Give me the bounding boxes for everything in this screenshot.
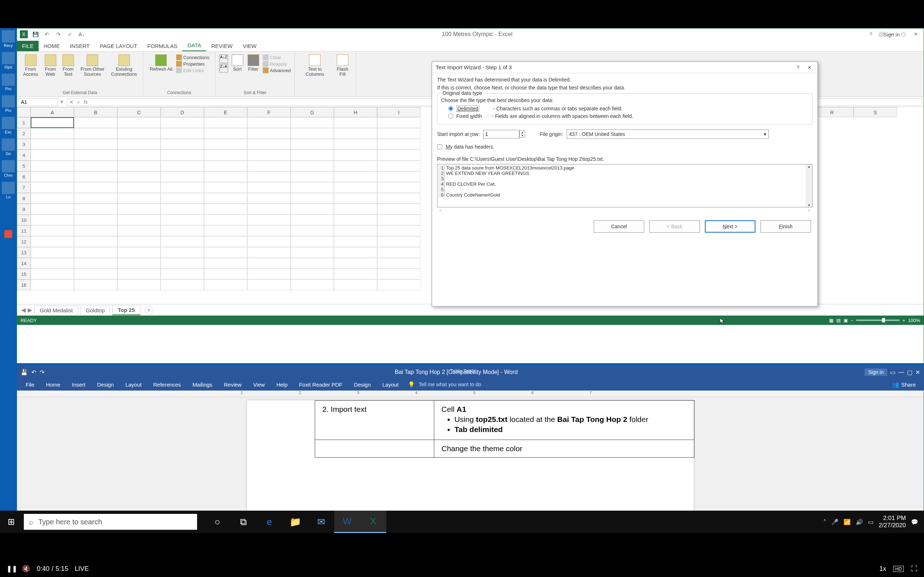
desktop-icon[interactable]: Go (1, 139, 16, 158)
row-header[interactable]: 11 (17, 226, 31, 236)
desktop-icon[interactable]: iSpri (1, 52, 16, 71)
cell[interactable] (247, 214, 291, 226)
cell[interactable] (291, 279, 334, 290)
mic-icon[interactable]: 🎤 (831, 519, 838, 525)
row-header[interactable]: 12 (17, 236, 31, 247)
fixed-width-radio[interactable] (448, 114, 453, 119)
from-other-sources-button[interactable]: From Other Sources (77, 53, 108, 79)
cell[interactable] (117, 247, 161, 258)
cell[interactable] (31, 182, 74, 193)
cell[interactable] (117, 279, 161, 290)
cell[interactable] (247, 269, 291, 279)
spellcheck-icon[interactable]: ✓ (66, 30, 74, 38)
row-header[interactable]: 3 (17, 139, 31, 150)
table-cell[interactable]: Change the theme color (434, 440, 695, 458)
cell[interactable] (291, 117, 334, 128)
cell[interactable] (31, 269, 74, 279)
cell[interactable] (247, 171, 291, 182)
cell[interactable] (31, 139, 74, 150)
from-web-button[interactable]: From Web (41, 53, 59, 79)
cell[interactable] (117, 236, 161, 247)
cell[interactable] (204, 214, 247, 226)
col-header[interactable]: B (74, 107, 117, 117)
row-header[interactable]: 6 (17, 171, 31, 182)
cell[interactable] (291, 150, 334, 161)
cell[interactable] (291, 193, 334, 204)
tab-home[interactable]: Home (40, 379, 66, 390)
cell[interactable] (204, 193, 247, 204)
cell[interactable] (31, 117, 74, 128)
cell[interactable] (204, 258, 247, 269)
cell[interactable] (117, 226, 161, 236)
cell[interactable] (291, 204, 334, 214)
finish-button[interactable]: Finish (761, 220, 811, 233)
tab-view[interactable]: View (247, 379, 270, 390)
cell[interactable] (334, 139, 377, 150)
col-header[interactable]: A (31, 107, 74, 117)
tab-review[interactable]: REVIEW (206, 41, 237, 51)
cell[interactable] (161, 236, 204, 247)
name-box[interactable]: A1 (18, 98, 58, 106)
cell[interactable] (334, 269, 377, 279)
tab-file[interactable]: File (20, 379, 40, 390)
col-header[interactable]: F (247, 107, 291, 117)
cell[interactable] (334, 214, 377, 226)
cell[interactable] (291, 171, 334, 182)
cell[interactable] (204, 128, 247, 139)
sort-button[interactable]: Sort (229, 53, 246, 75)
row-header[interactable]: 1 (17, 117, 31, 128)
cell[interactable] (377, 269, 420, 279)
cell[interactable] (334, 236, 377, 247)
col-header[interactable]: C (117, 107, 161, 117)
word-table[interactable]: 2. Import text Cell A1 Using top25.txt l… (315, 400, 695, 458)
task-view-icon[interactable]: ⧉ (230, 511, 256, 533)
row-header[interactable]: 8 (17, 193, 31, 204)
fullscreen-button[interactable]: ⛶ (911, 565, 918, 573)
cell[interactable] (247, 128, 291, 139)
cell[interactable] (291, 128, 334, 139)
desktop-icon[interactable]: Recy (1, 30, 16, 50)
tab-foxit[interactable]: Foxit Reader PDF (294, 379, 348, 390)
select-all-triangle[interactable] (17, 107, 31, 117)
start-row-input[interactable] (483, 130, 519, 139)
row-header[interactable]: 7 (17, 182, 31, 193)
cell[interactable] (204, 161, 247, 171)
restore-button[interactable]: ▢ (898, 30, 908, 38)
cell[interactable] (377, 214, 420, 226)
cell[interactable] (334, 161, 377, 171)
cell[interactable] (74, 128, 117, 139)
sheet-tab-gold-medalist[interactable]: Gold Medalist (34, 305, 78, 315)
cell[interactable] (247, 226, 291, 236)
view-normal-icon[interactable]: ▦ (829, 318, 834, 323)
cell[interactable] (117, 214, 161, 226)
hd-button[interactable]: HD (893, 566, 904, 572)
cell[interactable] (204, 226, 247, 236)
cell[interactable] (161, 139, 204, 150)
cell[interactable] (204, 236, 247, 247)
cell[interactable] (117, 139, 161, 150)
cell[interactable] (377, 258, 420, 269)
cell[interactable] (161, 150, 204, 161)
volume-icon[interactable]: 🔊 (856, 519, 863, 525)
col-header[interactable]: E (204, 107, 247, 117)
cell[interactable] (247, 204, 291, 214)
cell[interactable] (31, 236, 74, 247)
tab-data[interactable]: DATA (182, 40, 206, 51)
sheet-tab-top25[interactable]: Top 25 (112, 305, 140, 315)
text-to-columns-button[interactable]: Text to Columns (298, 53, 332, 79)
cell[interactable] (377, 193, 420, 204)
share-button[interactable]: Share (901, 382, 921, 388)
cell[interactable] (161, 247, 204, 258)
cell[interactable] (161, 258, 204, 269)
cell[interactable] (31, 204, 74, 214)
desktop-icon[interactable]: Exc (1, 117, 16, 136)
sheet-next-icon[interactable]: ▶ (28, 306, 32, 313)
file-explorer-icon[interactable]: 📁 (282, 511, 308, 533)
row-header[interactable]: 14 (17, 258, 31, 269)
signin-link[interactable]: Sign in (883, 31, 900, 37)
tab-file[interactable]: FILE (17, 41, 39, 51)
tab-help[interactable]: Help (271, 379, 294, 390)
cell[interactable] (247, 279, 291, 290)
tab-view[interactable]: VIEW (237, 41, 261, 51)
tab-mailings[interactable]: Mailings (187, 379, 218, 390)
